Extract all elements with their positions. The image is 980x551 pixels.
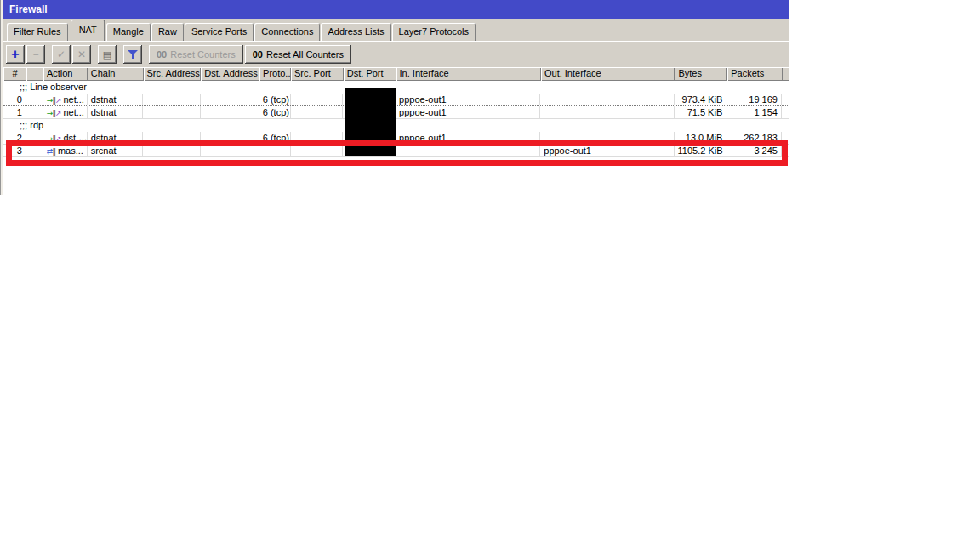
remove-button[interactable]: − (26, 45, 45, 64)
column-header-src-address[interactable]: Src. Address (144, 67, 202, 81)
comment-row[interactable]: ;;; Line observer (3, 81, 789, 94)
cell-action: →‖↗net... (43, 106, 88, 118)
table-row[interactable]: 1→‖↗net...dstnat6 (tcp)pppoe-out171.5 Ki… (3, 106, 789, 119)
reset-all-counters-button[interactable]: 00Reset All Counters (245, 45, 351, 64)
cell-packets: 19 169 (726, 94, 782, 105)
plus-icon: + (11, 48, 19, 60)
column-header-dst-port[interactable]: Dst. Port (344, 67, 396, 81)
tab-nat[interactable]: NAT (71, 20, 105, 41)
cell-proto: 6 (tcp) (259, 94, 291, 105)
comment-button[interactable]: ▤ (98, 45, 117, 64)
cell-chain: dstnat (88, 106, 144, 118)
enable-button[interactable]: ✓ (52, 45, 71, 64)
cell-action: →‖↗net... (43, 94, 88, 105)
disable-button[interactable]: ✕ (72, 45, 91, 64)
cell-chain: dstnat (88, 94, 144, 105)
column-header-pad[interactable] (783, 67, 789, 81)
column-header-src-port[interactable]: Src. Port (291, 67, 344, 81)
counter-prefix: 00 (253, 49, 263, 60)
cell-bytes: 973.4 KiB (675, 94, 727, 105)
column-header-proto[interactable]: Proto... (259, 67, 291, 81)
table-row[interactable]: 0→‖↗net...dstnat6 (tcp)pppoe-out1973.4 K… (3, 94, 789, 106)
window-title: Firewall (9, 3, 48, 15)
column-header-out-interface[interactable]: Out. Interface (541, 67, 675, 81)
tab-raw[interactable]: Raw (151, 23, 184, 41)
toolbar: +−✓✕▤00Reset Counters00Reset All Counter… (3, 41, 789, 67)
column-header-packets[interactable]: Packets (727, 67, 783, 81)
cell-sport (291, 106, 344, 118)
cell-dst (201, 94, 259, 105)
column-header-dst-address[interactable]: Dst. Address (201, 67, 259, 81)
tab-filter-rules[interactable]: Filter Rules (7, 23, 68, 41)
tab-connections[interactable]: Connections (254, 23, 320, 41)
cell-bytes: 71.5 KiB (675, 106, 727, 118)
check-icon: ✓ (57, 48, 66, 60)
highlight-annotation (6, 140, 788, 166)
filter-icon (128, 50, 138, 59)
cell-n: 0 (3, 94, 26, 105)
cell-sport (291, 94, 344, 105)
cell-pad (782, 94, 789, 105)
cell-status (26, 94, 43, 105)
cell-outif (540, 94, 674, 105)
comment-row[interactable]: ;;; rdp (3, 119, 789, 132)
counter-prefix: 00 (157, 49, 167, 60)
cross-icon: ✕ (77, 48, 86, 60)
window-titlebar[interactable]: Firewall (3, 0, 789, 19)
button-label: Reset All Counters (266, 49, 344, 60)
reset-counters-button[interactable]: 00Reset Counters (149, 45, 243, 64)
cell-inif: pppoe-out1 (396, 94, 540, 105)
cell-inif: pppoe-out1 (396, 106, 540, 118)
funnel-stem (132, 54, 134, 59)
cell-src (143, 106, 201, 118)
cell-src (143, 94, 201, 105)
table-header-row: #ActionChainSrc. AddressDst. AddressProt… (3, 67, 789, 81)
cell-pad (782, 106, 789, 118)
filter-button[interactable] (123, 45, 142, 64)
cell-status (26, 106, 43, 118)
cell-proto: 6 (tcp) (259, 106, 291, 118)
minus-icon: − (32, 48, 38, 60)
add-button[interactable]: + (6, 45, 25, 64)
button-label: Reset Counters (170, 49, 235, 60)
cell-n: 1 (3, 106, 26, 118)
comment-icon: ▤ (103, 49, 111, 60)
cell-outif (540, 106, 674, 118)
firewall-window: Firewall Filter RulesNATMangleRawService… (0, 0, 789, 195)
tab-address-lists[interactable]: Address Lists (321, 23, 390, 41)
cell-dst (201, 106, 259, 118)
dstnat-icon: →‖↗ (47, 96, 61, 105)
tab-layer7-protocols[interactable]: Layer7 Protocols (392, 23, 476, 41)
column-header-action[interactable]: Action (43, 67, 88, 81)
column-header-chain[interactable]: Chain (88, 67, 144, 81)
column-header-in-interface[interactable]: In. Interface (396, 67, 541, 81)
column-header-bytes[interactable]: Bytes (675, 67, 727, 81)
column-header-status[interactable] (26, 67, 43, 81)
tab-strip: Filter RulesNATMangleRawService PortsCon… (3, 19, 789, 41)
tab-mangle[interactable]: Mangle (106, 23, 151, 41)
column-header-[interactable]: # (3, 67, 26, 81)
tab-service-ports[interactable]: Service Ports (185, 23, 254, 41)
dstnat-icon: →‖↗ (47, 109, 61, 117)
cell-packets: 1 154 (726, 106, 782, 118)
